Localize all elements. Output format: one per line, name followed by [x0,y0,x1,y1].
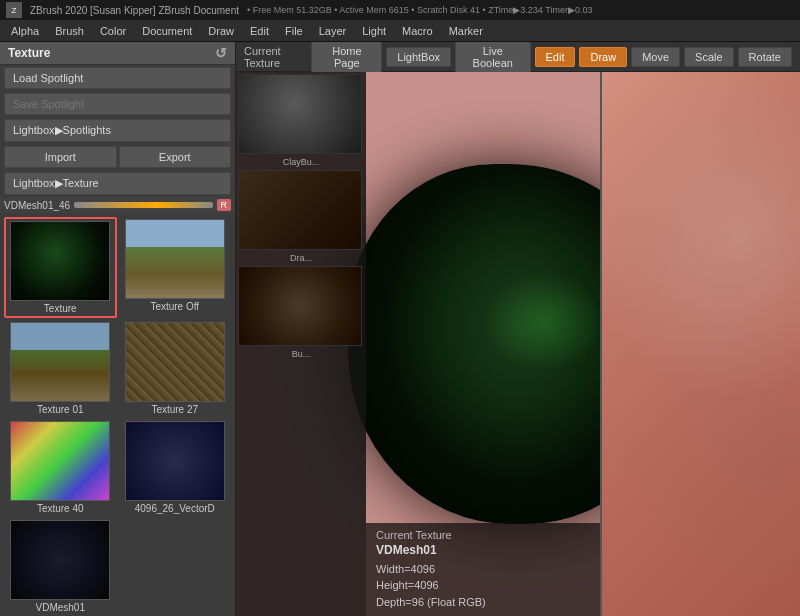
texture-thumb-5 [125,421,225,501]
texture-name-0: Texture [44,303,77,314]
current-texture-label: Current Texture [244,45,307,69]
title-bar: Z ZBrush 2020 [Susan Kipper] ZBrush Docu… [0,0,800,20]
texture-thumb-1 [125,219,225,299]
texture-name-2: Texture 01 [37,404,84,415]
preview-label-draw: Dra... [238,252,364,264]
lightbox-texture-button[interactable]: Lightbox▶Texture [4,172,231,195]
texture-item-2[interactable]: Texture 01 [4,320,117,417]
menu-layer[interactable]: Layer [312,23,354,39]
menu-color[interactable]: Color [93,23,133,39]
texture-item-5[interactable]: 4096_26_VectorD [119,419,232,516]
texture-item-6[interactable]: VDMesh01 [4,518,117,615]
menu-light[interactable]: Light [355,23,393,39]
menu-marker[interactable]: Marker [442,23,490,39]
tab-lightbox[interactable]: LightBox [386,47,451,67]
flesh-mesh [600,72,800,616]
texture-name-1: Texture Off [150,301,199,312]
texture-name-6: VDMesh01 [36,602,85,613]
panel-header: Texture ↺ [0,42,235,65]
vdmesh-r-button[interactable]: R [217,199,232,211]
export-button[interactable]: Export [119,146,232,168]
current-texture-info-label: Current Texture [376,529,590,541]
menu-edit[interactable]: Edit [243,23,276,39]
flesh-detail [602,72,800,616]
app-logo: Z [6,2,22,18]
texture-depth: Depth=96 (Float RGB) [376,594,590,611]
save-spotlight-button[interactable]: Save Spotlight [4,93,231,115]
texture-width: Width=4096 [376,561,590,578]
texture-thumb-4 [10,421,110,501]
vdmesh-label: VDMesh01_46 [4,200,70,211]
title-text: ZBrush 2020 [Susan Kipper] ZBrush Docume… [30,5,239,16]
tab-rotate[interactable]: Rotate [738,47,792,67]
texture-height: Height=4096 [376,577,590,594]
vdmesh-row: VDMesh01_46 R [0,197,235,213]
tab-homepage[interactable]: Home Page [311,42,382,73]
texture-item-3[interactable]: Texture 27 [119,320,232,417]
tab-edit[interactable]: Edit [535,47,576,67]
texture-grid: Texture Texture Off Texture 01 Texture 2… [0,213,235,616]
menu-draw[interactable]: Draw [201,23,241,39]
texture-item-1[interactable]: Texture Off [119,217,232,318]
info-overlay: Current Texture VDMesh01 Width=4096 Heig… [366,523,600,617]
preview-label-clay: ClayBu... [238,156,364,168]
preview-thumb-brush [238,266,362,346]
panel-title: Texture [8,46,50,60]
vdmesh-slider[interactable] [74,202,212,208]
green-highlight [484,272,604,372]
content-toolbar: Current Texture Home Page LightBox Live … [236,42,800,72]
menu-bar: Alpha Brush Color Document Draw Edit Fil… [0,20,800,42]
menu-document[interactable]: Document [135,23,199,39]
texture-name-4: Texture 40 [37,503,84,514]
tab-move[interactable]: Move [631,47,680,67]
texture-thumb-0 [10,221,110,301]
preview-thumb-clay [238,74,362,154]
menu-file[interactable]: File [278,23,310,39]
tab-scale[interactable]: Scale [684,47,734,67]
mem-info: • Free Mem 51.32GB • Active Mem 6615 • S… [247,5,592,15]
texture-item-0[interactable]: Texture [4,217,117,318]
tab-draw[interactable]: Draw [579,47,627,67]
texture-thumb-6 [10,520,110,600]
refresh-icon[interactable]: ↺ [215,45,227,61]
import-button[interactable]: Import [4,146,117,168]
texture-item-4[interactable]: Texture 40 [4,419,117,516]
canvas-area[interactable]: ClayBu... Dra... Bu... Current Texture V… [236,72,800,616]
menu-alpha[interactable]: Alpha [4,23,46,39]
texture-name-3: Texture 27 [151,404,198,415]
import-export-row: Import Export [0,144,235,170]
preview-label-brush: Bu... [238,348,364,360]
right-panel: Current Texture Home Page LightBox Live … [236,42,800,616]
menu-brush[interactable]: Brush [48,23,91,39]
load-spotlight-button[interactable]: Load Spotlight [4,67,231,89]
texture-name-5: 4096_26_VectorD [135,503,215,514]
menu-macro[interactable]: Macro [395,23,440,39]
left-panel: Texture ↺ Load Spotlight Save Spotlight … [0,42,236,616]
texture-thumb-2 [10,322,110,402]
tab-live-boolean[interactable]: Live Boolean [455,42,530,73]
preview-thumb-draw [238,170,362,250]
lightbox-spotlights-button[interactable]: Lightbox▶Spotlights [4,119,231,142]
texture-thumb-3 [125,322,225,402]
main-layout: Texture ↺ Load Spotlight Save Spotlight … [0,42,800,616]
texture-preview-panel: ClayBu... Dra... Bu... [236,72,366,616]
texture-info-name: VDMesh01 [376,543,590,557]
